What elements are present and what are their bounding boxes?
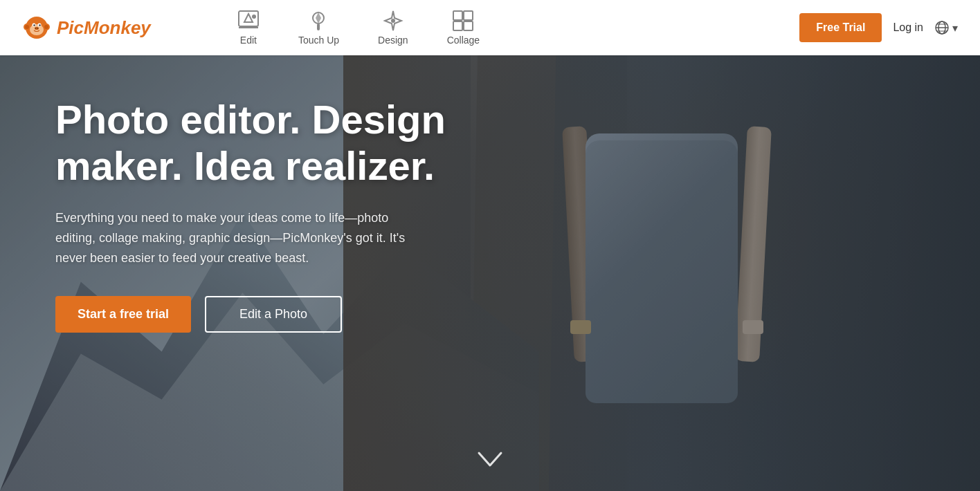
- login-link[interactable]: Log in: [893, 21, 923, 34]
- nav-edit-label: Edit: [240, 35, 257, 46]
- logo-text: PicMonkey: [57, 17, 151, 39]
- svg-rect-22: [453, 21, 462, 30]
- svg-point-3: [25, 25, 29, 29]
- design-icon: [382, 10, 404, 32]
- nav-collage[interactable]: Collage: [428, 4, 499, 51]
- language-selector[interactable]: ▾: [934, 20, 958, 35]
- svg-marker-14: [244, 14, 253, 22]
- svg-rect-21: [464, 11, 473, 20]
- nav-edit[interactable]: Edit: [218, 4, 279, 51]
- globe-icon: [934, 20, 950, 35]
- svg-point-19: [391, 19, 395, 23]
- svg-rect-23: [464, 21, 473, 30]
- chevron-down-icon: [476, 450, 504, 470]
- svg-point-9: [39, 24, 40, 26]
- svg-point-15: [252, 15, 256, 19]
- svg-point-8: [33, 24, 35, 26]
- header-right: Free Trial Log in ▾: [799, 13, 958, 42]
- header: PicMonkey Edit: [0, 0, 980, 55]
- nav-collage-label: Collage: [447, 35, 480, 46]
- svg-point-4: [44, 25, 48, 29]
- language-chevron: ▾: [952, 21, 958, 35]
- nav-touchup[interactable]: Touch Up: [279, 4, 359, 51]
- main-nav: Edit Touch Up Design: [218, 4, 499, 51]
- collage-icon: [452, 10, 474, 32]
- hero-subtext: Everything you need to make your ideas c…: [55, 208, 415, 268]
- touchup-icon: [307, 10, 329, 32]
- nav-design-label: Design: [378, 35, 408, 46]
- nav-design[interactable]: Design: [359, 4, 428, 51]
- hero-section: Photo editor. Design maker. Idea realize…: [0, 55, 980, 491]
- start-trial-button[interactable]: Start a free trial: [55, 296, 191, 333]
- edit-icon: [237, 10, 260, 32]
- svg-point-12: [37, 28, 39, 29]
- svg-point-11: [35, 28, 37, 29]
- logo[interactable]: PicMonkey: [22, 13, 151, 42]
- nav-touchup-label: Touch Up: [298, 35, 339, 46]
- scroll-chevron[interactable]: [476, 450, 504, 474]
- hero-headline: Photo editor. Design maker. Idea realize…: [55, 97, 457, 189]
- hero-buttons: Start a free trial Edit a Photo: [55, 296, 457, 333]
- svg-rect-20: [453, 11, 462, 20]
- free-trial-button[interactable]: Free Trial: [799, 13, 882, 42]
- logo-icon: [22, 13, 51, 42]
- hero-content: Photo editor. Design maker. Idea realize…: [55, 97, 457, 333]
- edit-photo-button[interactable]: Edit a Photo: [205, 296, 342, 333]
- svg-rect-18: [317, 24, 320, 30]
